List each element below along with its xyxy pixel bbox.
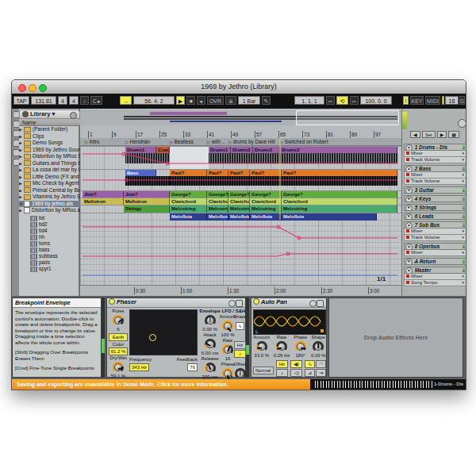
automation-sub-lane-header[interactable]: Mixer▾ [404, 250, 466, 256]
automation-line[interactable] [83, 254, 397, 256]
title-bar[interactable]: 1969 by Jethro (Library) [12, 80, 466, 94]
device-drop-area[interactable]: Drop Audio Effects Here [328, 298, 463, 378]
rate-hz-button[interactable]: Hz [276, 360, 288, 368]
lfo-phase-knob[interactable] [222, 368, 233, 379]
track-header[interactable]: ▴ 7 Sub Bus [404, 221, 466, 228]
phase-knob[interactable] [295, 341, 306, 352]
quantization-menu[interactable]: 1 Bar [238, 96, 260, 105]
automation-sub-lane-header[interactable]: Track Volume▾ [404, 235, 466, 241]
browser-root-icon[interactable] [22, 111, 29, 117]
halfsine-shape-icon[interactable]: ◠ [316, 360, 326, 368]
chevron-down-icon[interactable]: ▾ [462, 250, 464, 255]
browser-clip-item[interactable]: toms [19, 240, 80, 247]
fold-track-icon[interactable]: ▴ [405, 144, 413, 151]
hot-swap-icon[interactable] [317, 300, 324, 307]
attack-knob[interactable] [205, 339, 216, 350]
grid-icon[interactable]: ▦ [448, 131, 459, 138]
browser-item[interactable]: ▶(Parent Folder) [19, 126, 80, 133]
browser-clip-item[interactable]: pads [19, 259, 80, 266]
prev-locator-button[interactable]: ◀ [410, 131, 420, 138]
lfo-sync-button[interactable]: ♪ [234, 350, 246, 358]
browser-item[interactable]: ▶Little Demo (FX and Oper [19, 174, 80, 181]
browser-clip-item[interactable]: hh [19, 234, 80, 240]
browser-item[interactable]: ▶La cosa del mar by Criat [19, 167, 80, 174]
lock-icon[interactable] [70, 112, 77, 119]
color-value-chip[interactable]: 61.2 % [109, 347, 129, 355]
automation-line[interactable] [83, 154, 397, 163]
punch-out-icon[interactable]: ∾ [350, 96, 359, 105]
speaker-off-icon[interactable]: ◁) [290, 369, 302, 377]
fold-track-icon[interactable]: ▴ [405, 244, 413, 250]
unfold-track-icon[interactable]: ▾ [405, 213, 413, 220]
browser-clip-item[interactable]: subbass [19, 253, 80, 259]
device-activator-icon[interactable] [109, 298, 115, 305]
rate-sync-button[interactable]: ♪ [276, 369, 288, 377]
tempo-display[interactable]: 131.81 [31, 96, 56, 105]
punch-in-icon[interactable]: ∾ [326, 96, 335, 105]
arrangement-position-display[interactable]: 56. 4. 2 [133, 96, 175, 105]
metronome-icon[interactable]: ○ [80, 96, 89, 105]
browser-item[interactable]: ▶Demo Songs [19, 140, 80, 147]
automation-sub-lane-header[interactable]: Mixer▾ [404, 274, 466, 280]
browser-item[interactable]: ▶Guitars and Things by Je [19, 160, 80, 167]
loop-switch-icon[interactable]: ⟲ [336, 96, 348, 105]
track-header[interactable]: ▾ 4 Keys [404, 195, 466, 202]
stop-button[interactable]: ■ [186, 96, 195, 105]
sine-shape-icon[interactable]: ∿ [305, 360, 315, 368]
track-header[interactable]: ▾ A Return [404, 258, 466, 265]
frequency-value-chip[interactable]: 343 Hz [129, 363, 149, 371]
browser-clip-item[interactable]: bd4 [19, 228, 80, 234]
track-header[interactable]: ▴ 1 Drums - Dis [404, 144, 466, 151]
time-sig-numerator[interactable]: 4 [58, 96, 67, 105]
browser-header[interactable]: Library ▾ [19, 109, 80, 119]
time-sig-denominator[interactable]: 4 [69, 96, 79, 105]
count-in-icon[interactable]: C● [90, 96, 102, 105]
chevron-down-icon[interactable]: ▾ [462, 228, 464, 234]
browser-item[interactable]: ▶1969 by Jethro Sounds [19, 147, 80, 154]
random-shape-icon[interactable]: ↝ [316, 369, 326, 377]
autopan-header[interactable]: Auto Pan [251, 298, 326, 308]
arrangement-view[interactable]: 191725334149576573818997 ▷ Intro▷ Hendri… [80, 109, 401, 296]
save-preset-icon[interactable] [228, 300, 236, 307]
unfold-track-icon[interactable]: ▾ [405, 205, 413, 211]
save-preset-icon[interactable] [309, 300, 317, 307]
chevron-down-icon[interactable]: ▾ [462, 178, 464, 184]
loop-start-display[interactable]: 1. 1. 1 [294, 96, 324, 105]
browser-item[interactable]: ▶Vitamins by Jethro Soun [19, 194, 80, 201]
browser-clip-item[interactable]: spyr1 [19, 266, 80, 272]
track-header[interactable]: ▴ 8 Operbus [404, 243, 466, 250]
minutes-seconds-ruler[interactable]: 0:301:001:302:002:303:00 [80, 285, 401, 296]
track-header[interactable]: ▾ 5 Strings [404, 204, 466, 211]
lfo-amount-knob[interactable] [222, 321, 233, 332]
automation-sub-lane-header[interactable]: Track Volume▾ [404, 157, 466, 163]
fold-track-icon[interactable]: ▴ [405, 166, 413, 172]
browser-clip-item[interactable]: bass [19, 247, 80, 253]
phaser-header[interactable]: Phaser [107, 298, 245, 308]
track-header[interactable]: ▴ Master [404, 267, 466, 274]
device-activator-icon[interactable] [253, 298, 259, 305]
browser-clip-item[interactable]: bd [19, 215, 80, 221]
next-locator-button[interactable]: ▶ [437, 131, 447, 138]
lfo-offset-knob[interactable] [235, 368, 246, 379]
automation-sub-lane-header[interactable]: Song Tempo▾ [404, 280, 466, 286]
fold-track-icon[interactable]: ▴ [405, 222, 413, 228]
browser-name-column-header[interactable]: Name [19, 119, 80, 126]
browser-item[interactable]: ▶Clips [19, 133, 80, 140]
phaser-mode-button[interactable]: Earth [109, 333, 128, 341]
browser-item[interactable]: ▶Mic Check by Agent Oran [19, 180, 80, 187]
draw-mode-icon[interactable]: ✎ [262, 96, 271, 105]
phaser-xy-display[interactable] [129, 309, 198, 355]
play-button[interactable]: ▶ [176, 96, 185, 105]
shape-knob[interactable] [313, 341, 324, 352]
chevron-down-icon[interactable]: ▾ [462, 172, 464, 178]
demo-mode-banner[interactable]: Saving and exporting are unavailable in … [12, 379, 310, 390]
xy-cursor-icon[interactable] [149, 334, 156, 341]
unfold-track-icon[interactable]: ▾ [405, 196, 413, 202]
midi-map-button[interactable]: MIDI [425, 96, 440, 105]
browser-item[interactable]: ▼1969 by jethro.als [19, 201, 80, 208]
poles-knob[interactable] [113, 315, 124, 326]
drywet-knob[interactable] [113, 362, 124, 373]
hot-swap-icon[interactable] [236, 300, 243, 307]
disk-overload-icon[interactable]: D [459, 96, 465, 105]
chevron-down-icon[interactable]: ▾ [462, 274, 464, 279]
